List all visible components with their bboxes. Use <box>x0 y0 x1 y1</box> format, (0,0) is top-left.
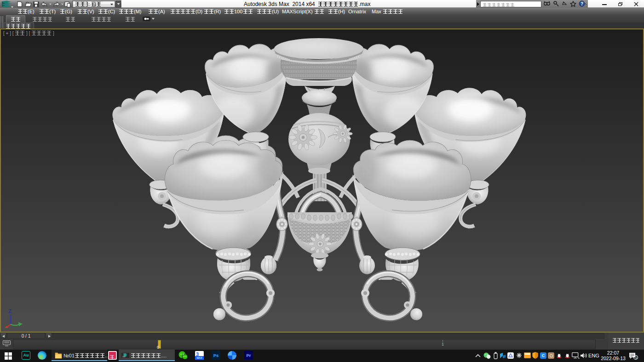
svg-text:MAX: MAX <box>122 356 126 358</box>
svg-text:?: ? <box>581 1 583 6</box>
svg-text:Z: Z <box>8 308 12 314</box>
svg-text:1: 1 <box>635 356 637 360</box>
